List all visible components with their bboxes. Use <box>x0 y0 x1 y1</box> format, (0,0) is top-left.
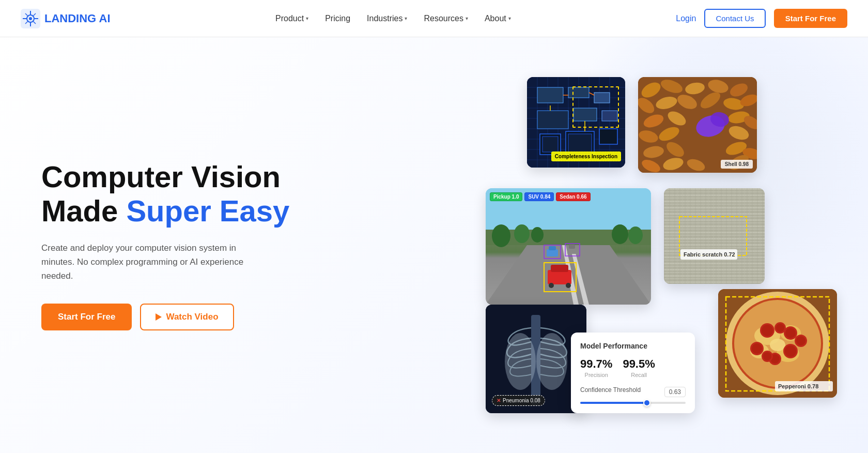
svg-rect-31 <box>537 111 568 129</box>
x-mark-icon: ✕ <box>497 398 501 403</box>
svg-rect-125 <box>664 188 665 284</box>
svg-rect-126 <box>667 188 668 284</box>
nav-actions: Login Contact Us Start For Free <box>676 9 847 28</box>
hero-title: Computer Vision Made Super Easy <box>41 160 289 229</box>
svg-point-189 <box>763 352 771 360</box>
svg-point-77 <box>628 226 643 244</box>
model-performance-title: Model Performance <box>580 342 686 350</box>
hero-content: Computer Vision Made Super Easy Create a… <box>41 160 289 331</box>
svg-rect-144 <box>713 188 714 284</box>
completeness-label: Completeness Inspection <box>551 152 621 161</box>
svg-point-175 <box>770 339 785 351</box>
svg-rect-148 <box>723 188 724 284</box>
start-free-hero-button[interactable]: Start For Free <box>41 304 132 330</box>
chevron-down-icon: ▾ <box>466 16 468 21</box>
svg-rect-140 <box>703 188 704 284</box>
hero-buttons: Start For Free Watch Video <box>41 304 289 330</box>
chevron-down-icon: ▾ <box>405 16 407 21</box>
logo[interactable]: LANDING AI <box>21 9 111 28</box>
svg-rect-150 <box>729 188 730 284</box>
recall-value: 99.5% <box>623 357 655 371</box>
play-icon <box>156 313 162 321</box>
nav-pricing[interactable]: Pricing <box>325 14 350 23</box>
nav-links: Product ▾ Pricing Industries ▾ Resources… <box>275 14 511 23</box>
svg-rect-142 <box>708 188 709 284</box>
precision-stat: 99.7% Precision <box>580 357 612 378</box>
demo-images: Completeness Inspection <box>486 77 837 413</box>
svg-rect-136 <box>692 188 693 284</box>
svg-rect-158 <box>749 188 750 284</box>
confidence-row: Confidence Threshold 0.63 <box>580 386 686 398</box>
nav-industries[interactable]: Industries ▾ <box>367 14 407 23</box>
svg-rect-147 <box>721 188 722 284</box>
nav-resources[interactable]: Resources ▾ <box>424 14 468 23</box>
svg-rect-151 <box>731 188 732 284</box>
svg-rect-83 <box>547 249 558 256</box>
suv-label: SUV 0.84 <box>524 192 554 201</box>
svg-rect-153 <box>736 188 737 284</box>
slider-fill <box>580 402 647 404</box>
pneumonia-label: ✕ Pneumonia 0.08 <box>492 395 545 406</box>
start-free-nav-button[interactable]: Start For Free <box>774 9 847 28</box>
svg-rect-37 <box>568 134 592 152</box>
sedan-label: Sedan 0.66 <box>556 192 590 201</box>
chevron-down-icon: ▾ <box>306 16 308 21</box>
circuit-card: Completeness Inspection <box>527 77 625 168</box>
svg-rect-149 <box>726 188 727 284</box>
svg-rect-132 <box>682 188 683 284</box>
svg-rect-143 <box>710 188 711 284</box>
svg-point-177 <box>762 325 773 336</box>
nuts-card: Shell 0.98 <box>638 77 757 173</box>
svg-point-81 <box>566 283 571 288</box>
chevron-down-icon: ▾ <box>508 16 511 21</box>
navigation: LANDING AI Product ▾ Pricing Industries … <box>0 0 868 37</box>
precision-value: 99.7% <box>580 357 612 371</box>
svg-rect-133 <box>685 188 686 284</box>
nav-product[interactable]: Product ▾ <box>275 14 308 23</box>
precision-label: Precision <box>580 372 612 378</box>
svg-rect-127 <box>669 188 670 284</box>
svg-rect-161 <box>757 188 758 284</box>
svg-rect-28 <box>537 87 563 103</box>
svg-rect-134 <box>687 188 688 284</box>
svg-point-187 <box>796 336 805 345</box>
nav-about[interactable]: About ▾ <box>485 14 511 23</box>
pizza-card: Pepperoni 0.78 <box>718 289 837 398</box>
svg-rect-145 <box>716 188 717 284</box>
confidence-slider[interactable] <box>580 402 686 404</box>
watch-video-button[interactable]: Watch Video <box>140 304 234 330</box>
hero-section: Computer Vision Made Super Easy Create a… <box>0 37 868 453</box>
login-button[interactable]: Login <box>676 14 696 23</box>
svg-rect-146 <box>718 188 719 284</box>
svg-rect-130 <box>677 188 678 284</box>
road-svg <box>486 188 651 305</box>
fabric-svg: Fabric scratch 0.72 <box>664 188 765 284</box>
slider-thumb[interactable] <box>643 399 650 406</box>
logo-text: LANDING AI <box>44 12 111 25</box>
pizza-svg: Pepperoni 0.78 <box>718 289 837 398</box>
svg-rect-79 <box>551 265 568 272</box>
svg-point-91 <box>505 333 536 390</box>
svg-point-179 <box>785 328 796 338</box>
recall-label: Recall <box>623 372 655 378</box>
confidence-threshold-label: Confidence Threshold <box>580 386 641 394</box>
svg-rect-156 <box>744 188 745 284</box>
confidence-value: 0.63 <box>664 387 686 397</box>
hero-subtitle: Create and deploy your computer vision s… <box>41 241 269 283</box>
svg-rect-84 <box>549 246 556 250</box>
svg-rect-129 <box>674 188 675 284</box>
svg-rect-87 <box>569 245 575 249</box>
svg-rect-38 <box>599 129 617 144</box>
logo-icon <box>21 9 40 28</box>
svg-rect-163 <box>762 188 763 284</box>
svg-rect-155 <box>741 188 742 284</box>
road-detection-labels: Pickup 1.0 SUV 0.84 Sedan 0.66 <box>490 192 591 201</box>
svg-point-73 <box>492 224 510 247</box>
svg-point-6 <box>29 17 32 20</box>
svg-rect-159 <box>752 188 753 284</box>
svg-text:Pepperoni 0.78: Pepperoni 0.78 <box>778 383 818 389</box>
contact-button[interactable]: Contact Us <box>704 9 765 28</box>
svg-rect-35 <box>542 137 558 152</box>
svg-rect-78 <box>548 270 571 284</box>
svg-rect-162 <box>760 188 761 284</box>
